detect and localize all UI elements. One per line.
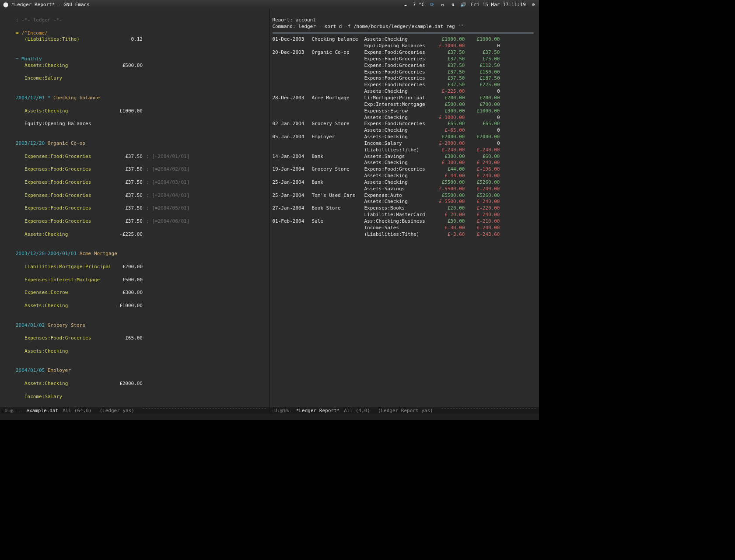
report-payee: Bank: [312, 154, 364, 160]
clock-text: Fri 15 Mar 17:11:19: [471, 2, 526, 7]
report-account: Assets:Checking: [364, 88, 430, 95]
report-row[interactable]: Income:Sales£-30.00£-240.00: [273, 225, 537, 231]
mail-icon[interactable]: ✉: [439, 1, 445, 7]
report-row[interactable]: Liabilitie:MasterCard£-20.00£-240.00: [273, 212, 537, 218]
report-row[interactable]: Equi:Opening Balances£-1000.000: [273, 43, 537, 49]
report-account: Expens:Food:Groceries: [364, 75, 430, 82]
report-row[interactable]: (Liabilities:Tithe)£-240.00£-240.00: [273, 147, 537, 154]
report-row[interactable]: 01-Dec-2003Checking balanceAssets:Checki…: [273, 36, 537, 43]
report-row[interactable]: 27-Jan-2004Book StoreExpenses:Books£20.0…: [273, 205, 537, 212]
report-payee: Checking balance: [312, 36, 364, 43]
report-row[interactable]: 25-Jan-2004Tom's Used CarsExpenses:Auto£…: [273, 192, 537, 199]
report-balance: 0: [465, 43, 500, 49]
report-row[interactable]: 25-Jan-2004BankAssets:Checking£5500.00£5…: [273, 179, 537, 186]
settings-icon[interactable]: ⚙: [530, 1, 536, 7]
report-row[interactable]: 05-Jan-2004EmployerAssets:Checking£2000.…: [273, 134, 537, 140]
report-account: Expenses:Escrow: [364, 108, 430, 115]
left-modeline[interactable]: -U:@--- example.dat All (64,0) (Ledger y…: [0, 407, 270, 414]
xact-payee: Grocery Store: [48, 322, 85, 328]
report-date: 02-Jan-2004: [273, 121, 312, 127]
report-payee: [312, 108, 364, 115]
report-row[interactable]: Assets:Checking£-65.000: [273, 127, 537, 134]
report-account: Assets:Checking: [364, 36, 430, 43]
report-row[interactable]: Expenses:Escrow£300.00£1000.00: [273, 108, 537, 115]
right-pane[interactable]: Report: account Command: ledger --sort d…: [270, 9, 539, 414]
report-account: Expens:Food:Groceries: [364, 56, 430, 63]
report-account: Assets:Checking: [364, 179, 430, 186]
report-account: Exp:Interest:Mortgage: [364, 102, 430, 108]
ledger-source-buffer[interactable]: ; -*- ledger -*- = /^Income/ (Liabilitie…: [0, 9, 270, 407]
posting-note: ; [=2004/06/01]: [143, 218, 189, 225]
report-row[interactable]: 14-Jan-2004BankAssets:Savings£300.00£60.…: [273, 154, 537, 160]
refresh-icon[interactable]: ⟳: [429, 1, 435, 7]
automated-xact-header: = /^Income/: [16, 30, 48, 36]
report-row[interactable]: 20-Dec-2003Organic Co-opExpens:Food:Groc…: [273, 49, 537, 56]
report-row[interactable]: Expens:Food:Groceries£37.50£150.00: [273, 69, 537, 76]
report-amount: £-30.00: [430, 225, 465, 231]
report-balance: £65.00: [465, 121, 500, 127]
report-account: Expenses:Auto: [364, 192, 430, 199]
report-account: Assets:Checking: [364, 134, 430, 140]
report-balance: £5260.00: [465, 192, 500, 199]
emacs-app-icon: ⬤: [3, 1, 9, 7]
report-payee: [312, 199, 364, 205]
xact-date: 2003/12/01 *: [16, 95, 50, 101]
xact-date: 2004/01/05: [16, 368, 45, 373]
modeline-mode: (Ledger Report yas): [378, 408, 433, 413]
modeline-filler: ----------------------------------------…: [142, 405, 268, 414]
posting-note: ; [=2004/05/01]: [143, 205, 189, 212]
posting-amount: -£225.00: [112, 231, 143, 238]
report-balance: 0: [465, 115, 500, 121]
report-amount: £-1000.00: [430, 115, 465, 121]
report-row[interactable]: Assets:Savings£-5500.00£-240.00: [273, 186, 537, 192]
report-balance: £-240.00: [465, 225, 500, 231]
report-row[interactable]: 01-Feb-2004SaleAss:Checking:Business£30.…: [273, 218, 537, 225]
posting-amount: £37.50: [112, 218, 143, 225]
report-date: [273, 127, 312, 134]
report-row[interactable]: Assets:Checking£-1000.000: [273, 115, 537, 121]
report-row[interactable]: Assets:Checking£-44.00£-240.00: [273, 173, 537, 179]
report-row[interactable]: Assets:Checking£-300.00£-240.00: [273, 160, 537, 166]
report-row[interactable]: Exp:Interest:Mortgage£500.00£700.00: [273, 102, 537, 108]
report-payee: [312, 88, 364, 95]
weather-text: 7 °C: [413, 2, 425, 7]
report-amount: £2000.00: [430, 134, 465, 140]
report-date: 25-Jan-2004: [273, 192, 312, 199]
report-row[interactable]: Expens:Food:Groceries£37.50£75.00: [273, 56, 537, 63]
report-row[interactable]: Income:Salary£-2000.000: [273, 140, 537, 147]
report-account: Assets:Savings: [364, 154, 430, 160]
report-account: Assets:Checking: [364, 199, 430, 205]
report-row[interactable]: (Liabilities:Tithe)£-3.60£-243.60: [273, 231, 537, 238]
posting-amount: £65.00: [112, 335, 143, 342]
report-payee: [312, 75, 364, 82]
report-row[interactable]: Expens:Food:Groceries£37.50£112.50: [273, 63, 537, 69]
report-amount: £300.00: [430, 154, 465, 160]
report-date: 01-Dec-2003: [273, 36, 312, 43]
modeline-mode: (Ledger yas): [99, 408, 134, 413]
left-pane[interactable]: ; -*- ledger -*- = /^Income/ (Liabilitie…: [0, 9, 270, 414]
report-date: [273, 186, 312, 192]
report-account: Assets:Checking: [364, 115, 430, 121]
report-amount: £37.50: [430, 63, 465, 69]
report-row[interactable]: Expens:Food:Groceries£37.50£187.50: [273, 75, 537, 82]
report-row[interactable]: 19-Jan-2004Grocery StoreExpens:Food:Groc…: [273, 166, 537, 173]
report-payee: Bank: [312, 179, 364, 186]
modeline-status: -U:@---: [2, 408, 22, 413]
report-date: [273, 82, 312, 88]
volume-icon[interactable]: 🔊: [460, 1, 466, 7]
report-amount: £-44.00: [430, 173, 465, 179]
posting-account: Equity:Opening Balances: [24, 121, 112, 127]
report-amount: £-5500.00: [430, 186, 465, 192]
modeline-buffer-name: example.dat: [26, 408, 58, 413]
report-date: [273, 75, 312, 82]
report-row[interactable]: Expens:Food:Groceries£37.50£225.00: [273, 82, 537, 88]
minibuffer[interactable]: [0, 414, 539, 420]
report-row[interactable]: 28-Dec-2003Acme MortgageLi:Mortgage:Prin…: [273, 95, 537, 102]
network-icon[interactable]: ⇅: [450, 1, 456, 7]
right-modeline[interactable]: -U:@%%- *Ledger Report* All (4,0) (Ledge…: [270, 407, 539, 414]
report-row[interactable]: 02-Jan-2004Grocery StoreExpens:Food:Groc…: [273, 121, 537, 127]
ledger-report-buffer[interactable]: Report: account Command: ledger --sort d…: [270, 9, 539, 407]
report-row[interactable]: Assets:Checking£-5500.00£-240.00: [273, 199, 537, 205]
report-row[interactable]: Assets:Checking£-225.000: [273, 88, 537, 95]
posting-account: Expenses:Food:Groceries: [24, 179, 112, 186]
